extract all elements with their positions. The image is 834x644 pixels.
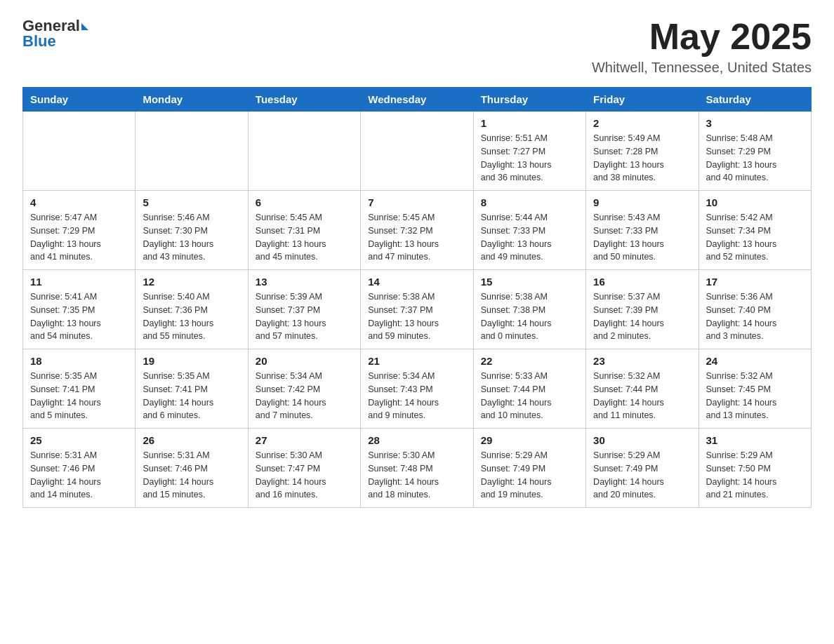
calendar-cell: 8Sunrise: 5:44 AM Sunset: 7:33 PM Daylig… xyxy=(473,191,585,270)
day-info: Sunrise: 5:30 AM Sunset: 7:47 PM Dayligh… xyxy=(256,449,353,502)
day-info: Sunrise: 5:34 AM Sunset: 7:43 PM Dayligh… xyxy=(368,370,465,422)
calendar-cell: 5Sunrise: 5:46 AM Sunset: 7:30 PM Daylig… xyxy=(135,191,248,270)
day-info: Sunrise: 5:51 AM Sunset: 7:27 PM Dayligh… xyxy=(481,132,578,185)
day-number: 9 xyxy=(593,196,691,208)
calendar-cell: 12Sunrise: 5:40 AM Sunset: 7:36 PM Dayli… xyxy=(135,270,248,349)
day-number: 29 xyxy=(481,434,578,446)
day-info: Sunrise: 5:31 AM Sunset: 7:46 PM Dayligh… xyxy=(143,449,240,502)
day-info: Sunrise: 5:37 AM Sunset: 7:39 PM Dayligh… xyxy=(593,290,691,343)
day-number: 24 xyxy=(706,355,804,367)
calendar-header-row: SundayMondayTuesdayWednesdayThursdayFrid… xyxy=(23,88,812,112)
day-number: 10 xyxy=(706,196,804,208)
day-number: 26 xyxy=(143,434,240,446)
day-info: Sunrise: 5:29 AM Sunset: 7:49 PM Dayligh… xyxy=(593,449,691,502)
calendar-col-header: Friday xyxy=(586,88,699,112)
day-number: 1 xyxy=(481,117,578,129)
calendar-cell: 30Sunrise: 5:29 AM Sunset: 7:49 PM Dayli… xyxy=(586,429,699,508)
day-number: 8 xyxy=(481,196,578,208)
calendar-week-row: 1Sunrise: 5:51 AM Sunset: 7:27 PM Daylig… xyxy=(23,112,812,191)
day-number: 31 xyxy=(706,434,804,446)
title-block: May 2025 Whitwell, Tennessee, United Sta… xyxy=(592,17,812,76)
day-number: 6 xyxy=(256,196,353,208)
day-number: 11 xyxy=(30,276,128,288)
day-info: Sunrise: 5:29 AM Sunset: 7:49 PM Dayligh… xyxy=(481,449,578,502)
day-number: 30 xyxy=(593,434,691,446)
day-number: 16 xyxy=(593,276,691,288)
calendar-cell: 31Sunrise: 5:29 AM Sunset: 7:50 PM Dayli… xyxy=(699,429,811,508)
day-info: Sunrise: 5:44 AM Sunset: 7:33 PM Dayligh… xyxy=(481,211,578,264)
day-number: 13 xyxy=(256,276,353,288)
calendar-col-header: Saturday xyxy=(699,88,811,112)
day-info: Sunrise: 5:35 AM Sunset: 7:41 PM Dayligh… xyxy=(30,370,128,422)
page-header: General Blue May 2025 Whitwell, Tennesse… xyxy=(22,17,812,76)
day-info: Sunrise: 5:47 AM Sunset: 7:29 PM Dayligh… xyxy=(30,211,128,264)
day-info: Sunrise: 5:46 AM Sunset: 7:30 PM Dayligh… xyxy=(143,211,240,264)
calendar-cell: 3Sunrise: 5:48 AM Sunset: 7:29 PM Daylig… xyxy=(699,112,811,191)
calendar-cell: 14Sunrise: 5:38 AM Sunset: 7:37 PM Dayli… xyxy=(361,270,473,349)
day-number: 18 xyxy=(30,355,128,367)
logo-text-blue: Blue xyxy=(22,32,56,51)
day-number: 15 xyxy=(481,276,578,288)
logo-arrow-icon xyxy=(81,23,88,30)
day-info: Sunrise: 5:29 AM Sunset: 7:50 PM Dayligh… xyxy=(706,449,804,502)
day-info: Sunrise: 5:40 AM Sunset: 7:36 PM Dayligh… xyxy=(143,290,240,343)
calendar-cell: 26Sunrise: 5:31 AM Sunset: 7:46 PM Dayli… xyxy=(135,429,248,508)
day-info: Sunrise: 5:30 AM Sunset: 7:48 PM Dayligh… xyxy=(368,449,465,502)
day-number: 5 xyxy=(143,196,240,208)
calendar-cell: 9Sunrise: 5:43 AM Sunset: 7:33 PM Daylig… xyxy=(586,191,699,270)
day-info: Sunrise: 5:35 AM Sunset: 7:41 PM Dayligh… xyxy=(143,370,240,422)
calendar-cell: 23Sunrise: 5:32 AM Sunset: 7:44 PM Dayli… xyxy=(586,349,699,429)
calendar-col-header: Thursday xyxy=(473,88,585,112)
calendar-cell: 22Sunrise: 5:33 AM Sunset: 7:44 PM Dayli… xyxy=(473,349,585,429)
day-info: Sunrise: 5:33 AM Sunset: 7:44 PM Dayligh… xyxy=(481,370,578,422)
calendar-cell: 25Sunrise: 5:31 AM Sunset: 7:46 PM Dayli… xyxy=(23,429,135,508)
calendar-cell: 15Sunrise: 5:38 AM Sunset: 7:38 PM Dayli… xyxy=(473,270,585,349)
calendar-cell: 21Sunrise: 5:34 AM Sunset: 7:43 PM Dayli… xyxy=(361,349,473,429)
calendar-cell: 20Sunrise: 5:34 AM Sunset: 7:42 PM Dayli… xyxy=(248,349,360,429)
location-title: Whitwell, Tennessee, United States xyxy=(592,60,812,76)
day-info: Sunrise: 5:42 AM Sunset: 7:34 PM Dayligh… xyxy=(706,211,804,264)
calendar-cell xyxy=(23,112,135,191)
day-number: 21 xyxy=(368,355,465,367)
calendar-col-header: Wednesday xyxy=(361,88,473,112)
calendar-cell: 19Sunrise: 5:35 AM Sunset: 7:41 PM Dayli… xyxy=(135,349,248,429)
day-number: 23 xyxy=(593,355,691,367)
day-info: Sunrise: 5:31 AM Sunset: 7:46 PM Dayligh… xyxy=(30,449,128,502)
calendar-cell: 17Sunrise: 5:36 AM Sunset: 7:40 PM Dayli… xyxy=(699,270,811,349)
day-info: Sunrise: 5:34 AM Sunset: 7:42 PM Dayligh… xyxy=(256,370,353,422)
calendar-col-header: Monday xyxy=(135,88,248,112)
calendar-cell: 1Sunrise: 5:51 AM Sunset: 7:27 PM Daylig… xyxy=(473,112,585,191)
day-number: 25 xyxy=(30,434,128,446)
calendar-week-row: 18Sunrise: 5:35 AM Sunset: 7:41 PM Dayli… xyxy=(23,349,812,429)
day-info: Sunrise: 5:38 AM Sunset: 7:38 PM Dayligh… xyxy=(481,290,578,343)
day-info: Sunrise: 5:41 AM Sunset: 7:35 PM Dayligh… xyxy=(30,290,128,343)
day-info: Sunrise: 5:45 AM Sunset: 7:32 PM Dayligh… xyxy=(368,211,465,264)
day-number: 20 xyxy=(256,355,353,367)
logo: General Blue xyxy=(22,17,88,51)
calendar-cell xyxy=(248,112,360,191)
day-number: 27 xyxy=(256,434,353,446)
calendar-week-row: 4Sunrise: 5:47 AM Sunset: 7:29 PM Daylig… xyxy=(23,191,812,270)
calendar-cell xyxy=(135,112,248,191)
calendar-cell: 13Sunrise: 5:39 AM Sunset: 7:37 PM Dayli… xyxy=(248,270,360,349)
calendar-cell: 28Sunrise: 5:30 AM Sunset: 7:48 PM Dayli… xyxy=(361,429,473,508)
day-info: Sunrise: 5:36 AM Sunset: 7:40 PM Dayligh… xyxy=(706,290,804,343)
calendar-cell: 16Sunrise: 5:37 AM Sunset: 7:39 PM Dayli… xyxy=(586,270,699,349)
calendar-cell: 27Sunrise: 5:30 AM Sunset: 7:47 PM Dayli… xyxy=(248,429,360,508)
calendar-cell: 29Sunrise: 5:29 AM Sunset: 7:49 PM Dayli… xyxy=(473,429,585,508)
day-info: Sunrise: 5:32 AM Sunset: 7:45 PM Dayligh… xyxy=(706,370,804,422)
calendar-week-row: 11Sunrise: 5:41 AM Sunset: 7:35 PM Dayli… xyxy=(23,270,812,349)
day-number: 28 xyxy=(368,434,465,446)
calendar-cell: 7Sunrise: 5:45 AM Sunset: 7:32 PM Daylig… xyxy=(361,191,473,270)
calendar-table: SundayMondayTuesdayWednesdayThursdayFrid… xyxy=(22,87,812,508)
calendar-cell: 6Sunrise: 5:45 AM Sunset: 7:31 PM Daylig… xyxy=(248,191,360,270)
day-number: 14 xyxy=(368,276,465,288)
day-number: 22 xyxy=(481,355,578,367)
day-number: 12 xyxy=(143,276,240,288)
calendar-cell: 2Sunrise: 5:49 AM Sunset: 7:28 PM Daylig… xyxy=(586,112,699,191)
calendar-cell: 10Sunrise: 5:42 AM Sunset: 7:34 PM Dayli… xyxy=(699,191,811,270)
day-number: 3 xyxy=(706,117,804,129)
calendar-cell: 18Sunrise: 5:35 AM Sunset: 7:41 PM Dayli… xyxy=(23,349,135,429)
day-info: Sunrise: 5:32 AM Sunset: 7:44 PM Dayligh… xyxy=(593,370,691,422)
day-number: 19 xyxy=(143,355,240,367)
